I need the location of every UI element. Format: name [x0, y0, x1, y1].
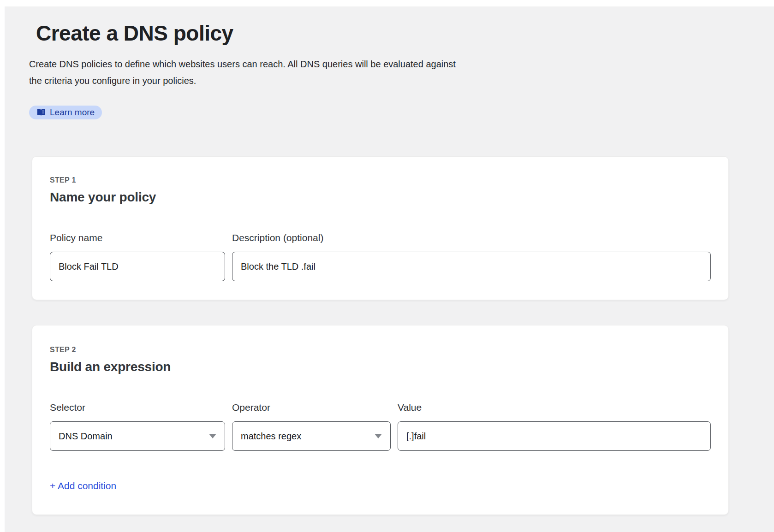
learn-more-label: Learn more [50, 107, 95, 118]
description-field-group: Description (optional) [232, 232, 711, 281]
create-dns-policy-page: Create a DNS policy Create DNS policies … [5, 6, 774, 515]
selector-selected-value: DNS Domain [59, 431, 113, 442]
value-field-group: Value [398, 402, 711, 451]
step1-heading: Name your policy [50, 190, 711, 205]
expression-builder-row: Selector DNS Domain Operator matches reg… [50, 402, 711, 451]
operator-field-group: Operator matches regex [232, 402, 391, 451]
step2-heading: Build an expression [50, 360, 711, 374]
add-condition-link[interactable]: + Add condition [50, 480, 116, 491]
step1-label: STEP 1 [50, 176, 711, 184]
operator-dropdown[interactable]: matches regex [232, 421, 391, 451]
selector-field-group: Selector DNS Domain [50, 402, 225, 451]
chevron-down-icon [209, 434, 216, 438]
value-label: Value [398, 402, 711, 413]
value-input[interactable] [398, 421, 711, 451]
selector-label: Selector [50, 402, 225, 413]
description-label: Description (optional) [232, 232, 711, 243]
description-input[interactable] [232, 252, 711, 281]
book-icon [36, 108, 46, 117]
policy-name-input[interactable] [50, 252, 225, 281]
operator-selected-value: matches regex [241, 431, 301, 442]
policy-name-label: Policy name [50, 232, 225, 243]
selector-dropdown[interactable]: DNS Domain [50, 421, 225, 451]
policy-name-field-group: Policy name [50, 232, 225, 281]
learn-more-button[interactable]: Learn more [29, 106, 102, 119]
step1-card: STEP 1 Name your policy Policy name Desc… [32, 156, 729, 300]
page-title: Create a DNS policy [36, 21, 774, 46]
step2-label: STEP 2 [50, 346, 711, 354]
step1-fields-row: Policy name Description (optional) [50, 232, 711, 281]
step2-card: STEP 2 Build an expression Selector DNS … [32, 325, 729, 515]
chevron-down-icon [375, 434, 382, 438]
page-background: Create a DNS policy Create DNS policies … [5, 6, 774, 532]
operator-label: Operator [232, 402, 391, 413]
page-description: Create DNS policies to define which webs… [29, 56, 458, 89]
